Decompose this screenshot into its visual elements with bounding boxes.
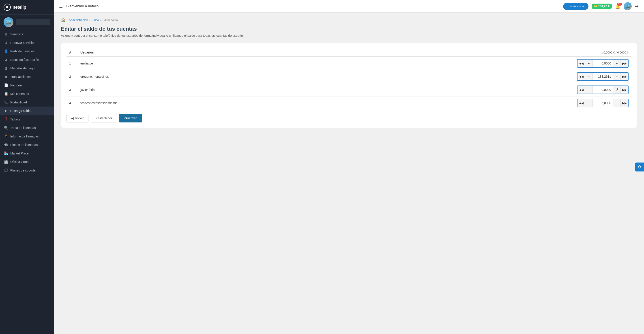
breadcrumb-saldo[interactable]: Saldo: [92, 18, 99, 22]
skip-forward-button[interactable]: ▶▶: [620, 99, 628, 107]
balance-badge: 💳 188,26 €: [592, 4, 612, 9]
sidebar-item-oficina[interactable]: 🏢 Oficina virtual: [0, 158, 54, 166]
sidebar-item-transacciones[interactable]: ≡ Transacciones: [0, 72, 54, 81]
sidebar-item-marketplace[interactable]: 🏪 Market Place: [0, 149, 54, 158]
action-buttons: ◀ Volver Restablecer Guardar: [66, 114, 631, 122]
sidebar-item-label: Tickets: [10, 118, 20, 121]
grid-icon: ⊞: [4, 32, 8, 36]
breadcrumb-admin[interactable]: Administración: [69, 18, 88, 22]
page-description: Asigna y controla el consumo telefónico …: [61, 34, 637, 38]
dollar-icon: $: [4, 66, 8, 70]
plus-button[interactable]: +: [613, 99, 620, 107]
sidebar-item-label: Tarifa de llamadas: [10, 126, 36, 130]
sidebar-item-label: Mis contratos: [10, 92, 29, 96]
reset-button[interactable]: Restablecer: [91, 114, 117, 122]
question-icon: ❓: [4, 117, 8, 121]
users-table: # Usuarios ℹ 0,0000 € / 0,0000 € 1 emili…: [66, 48, 631, 110]
sidebar-item-metodos[interactable]: $ Métodos de pago: [0, 64, 54, 72]
plus-button[interactable]: +: [613, 73, 620, 80]
skip-forward-button[interactable]: ▶▶: [620, 60, 628, 67]
notifications-button[interactable]: 🔔 11: [615, 4, 620, 9]
main-card: # Usuarios ℹ 0,0000 € / 0,0000 € 1 emili…: [61, 43, 637, 128]
balance-input[interactable]: [593, 73, 613, 80]
user-icon: 👤: [4, 49, 8, 53]
row-controls: ◀◀ − + ▶▶: [314, 96, 631, 110]
home-icon[interactable]: 🏠: [61, 18, 66, 22]
table-row: 2 gregorio.montesinos ◀◀ − + ▶▶: [66, 70, 631, 83]
minus-button[interactable]: −: [585, 86, 593, 94]
sidebar-item-label: Recarga saldo: [10, 109, 30, 112]
user-avatar[interactable]: 🏙️: [624, 2, 632, 10]
row-controls: ◀◀ − + ▶▶: [314, 70, 631, 83]
sidebar-item-label: Datos de facturación: [10, 58, 39, 62]
sidebar-item-tickets[interactable]: ❓ Tickets: [0, 115, 54, 124]
sidebar-item-label: Market Place: [10, 152, 29, 155]
skip-back-button[interactable]: ◀◀: [578, 73, 585, 80]
plus-button[interactable]: +: [613, 60, 620, 67]
back-button[interactable]: ◀ Volver: [66, 114, 88, 122]
table-row: 4 testtesttestasdasdasdasda ◀◀ − + ▶▶: [66, 96, 631, 110]
controls-group: ◀◀ − + ▶▶: [577, 72, 628, 81]
sidebar-item-informe[interactable]: 📱 Informe de llamadas: [0, 132, 54, 140]
sidebar-item-facturacion[interactable]: 🗂 Datos de facturación: [0, 56, 54, 64]
minus-button[interactable]: −: [585, 99, 593, 107]
menu-icon[interactable]: ☰: [59, 4, 63, 9]
minus-button[interactable]: −: [585, 73, 593, 80]
save-button[interactable]: Guardar: [119, 114, 142, 122]
sidebar-item-contratos[interactable]: 📋 Mis contratos: [0, 90, 54, 98]
list-icon: ≡: [4, 75, 8, 79]
row-user: emilia.pe: [78, 57, 314, 70]
sidebar-item-planes-llamadas[interactable]: ☎ Planes de llamadas: [0, 140, 54, 149]
balance-amount: 188,26 €: [598, 4, 610, 8]
store-icon: 🏪: [4, 151, 8, 155]
settings-gear-button[interactable]: ⚙: [635, 162, 644, 172]
logo: netelip: [4, 4, 26, 11]
sidebar-item-recarga[interactable]: € Recarga saldo: [0, 106, 54, 115]
row-user: testtesttestasdasdasdasda: [78, 96, 314, 110]
sidebar-item-tarifa[interactable]: 🔍 Tarifa de llamadas: [0, 124, 54, 132]
sidebar-item-portabilidad[interactable]: 📞 Portabilidad: [0, 98, 54, 106]
sidebar-item-perfil[interactable]: 👤 Perfil de usuarios: [0, 47, 54, 56]
refresh-icon: ↺: [4, 41, 8, 45]
balance-input[interactable]: [593, 99, 613, 107]
row-controls: ◀◀ − +1 ▼ ▶▶: [314, 83, 631, 96]
iniciar-visita-button[interactable]: Iniciar visita: [563, 3, 588, 10]
balance-input[interactable]: [593, 86, 613, 94]
skip-forward-button[interactable]: ▶▶: [620, 73, 628, 80]
topbar-right: Iniciar visita 💳 188,26 € 🔔 11 🏙️ ➡: [563, 2, 639, 10]
sidebar-item-renovar[interactable]: ↺ Renovar servicios: [0, 38, 54, 47]
building-icon: 🏢: [4, 160, 8, 164]
sidebar-item-soporte[interactable]: 🎧 Planes de soporte: [0, 166, 54, 174]
breadcrumb: 🏠 / Administración / Saldo / Editar sald…: [61, 18, 637, 22]
logout-icon[interactable]: ➡: [635, 4, 639, 9]
skip-back-button[interactable]: ◀◀: [578, 60, 585, 67]
row-num: 2: [66, 70, 78, 83]
page-title: Editar el saldo de tus cuentas: [61, 26, 637, 32]
page-content: 🏠 / Administración / Saldo / Editar sald…: [54, 12, 644, 334]
row-controls: ◀◀ − + ▶▶: [314, 57, 631, 70]
phone-icon: ☎: [4, 143, 8, 147]
card-icon: 💳: [594, 5, 597, 8]
sidebar-item-label: Facturas: [10, 84, 22, 87]
sidebar-item-facturas[interactable]: 📄 Facturas: [0, 81, 54, 90]
search-icon: 🔍: [4, 126, 8, 130]
skip-forward-button[interactable]: ▶▶: [620, 86, 628, 94]
balance-input[interactable]: [593, 60, 613, 67]
phone-log-icon: 📱: [4, 134, 8, 138]
skip-back-button[interactable]: ◀◀: [578, 86, 585, 94]
sidebar-item-label: Renovar servicios: [10, 41, 35, 44]
notification-count: 11: [617, 3, 622, 6]
row-user: gregorio.montesinos: [78, 70, 314, 83]
contract-icon: 📋: [4, 92, 8, 96]
sidebar: netelip 🏙️ ⊞ Servicios ↺ Renovar servici…: [0, 0, 54, 334]
info-icon: ℹ: [602, 50, 602, 54]
plus-one-button[interactable]: +1 ▼: [613, 86, 620, 94]
sidebar-item-label: Transacciones: [10, 75, 31, 78]
logo-icon: [4, 4, 11, 11]
sidebar-item-label: Portabilidad: [10, 100, 27, 104]
sidebar-search-input[interactable]: [16, 19, 50, 25]
col-balance: ℹ 0,0000 € / 0,0000 €: [314, 48, 631, 57]
minus-button[interactable]: −: [585, 60, 593, 67]
skip-back-button[interactable]: ◀◀: [578, 99, 585, 107]
sidebar-item-servicios[interactable]: ⊞ Servicios: [0, 30, 54, 38]
